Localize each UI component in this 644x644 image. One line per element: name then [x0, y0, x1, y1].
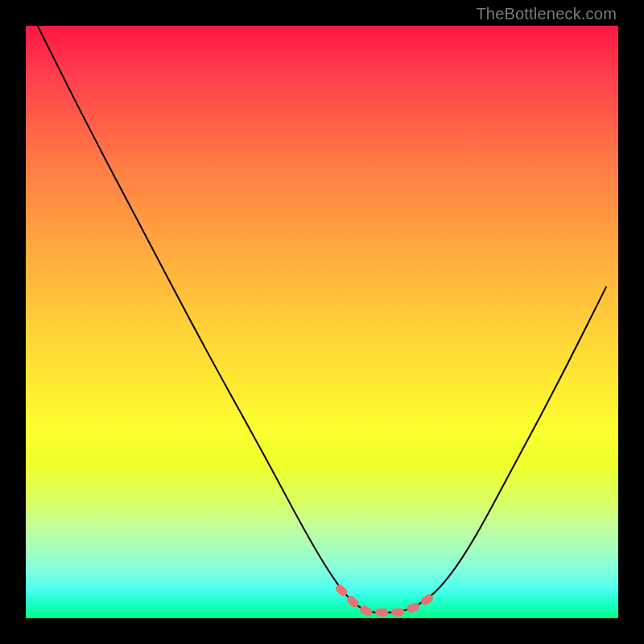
bottleneck-curve [38, 26, 607, 613]
watermark-text: TheBottleneck.com [476, 5, 617, 23]
plot-area [26, 26, 618, 618]
chart-svg [26, 26, 618, 618]
optimal-zone-marker [340, 588, 435, 612]
chart-frame: TheBottleneck.com [0, 0, 644, 644]
